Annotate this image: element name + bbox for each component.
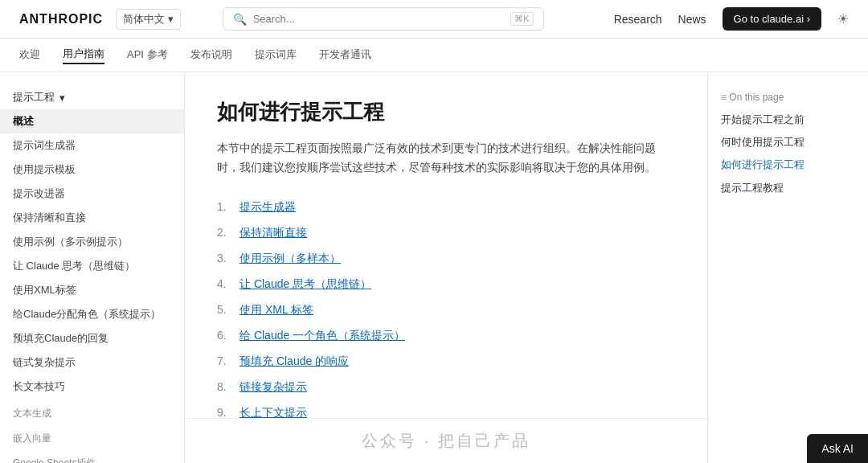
list-link[interactable]: 给 Claude 一个角色（系统提示）: [240, 329, 405, 343]
lang-selector[interactable]: 简体中文 ▾: [116, 9, 181, 30]
list-link[interactable]: 提示生成器: [240, 200, 296, 215]
section-label: 提示工程: [13, 90, 55, 104]
list-num: 6.: [217, 329, 233, 342]
sidebar-item-xml-tags[interactable]: 使用XML标签: [0, 278, 184, 302]
list-item: 7. 预填充 Claude 的响应: [217, 354, 669, 369]
list-num: 5.: [217, 303, 233, 316]
sub-nav-api-ref[interactable]: API 参考: [127, 47, 168, 64]
sidebar-item-role-system[interactable]: 给Claude分配角色（系统提示）: [0, 302, 184, 326]
nav-link-news[interactable]: News: [678, 13, 706, 26]
page-title: 如何进行提示工程: [217, 98, 669, 126]
toc-item-before[interactable]: 开始提示工程之前: [721, 113, 855, 127]
toc-header: ≡ On this page: [721, 92, 855, 103]
nav-link-research[interactable]: Research: [614, 13, 662, 26]
list-link[interactable]: 保持清晰直接: [240, 226, 307, 240]
technique-list: 1. 提示生成器 2. 保持清晰直接 3. 使用示例（多样本） 4. 让 Cla…: [217, 200, 669, 420]
logo: ANTHROPIC: [19, 12, 103, 27]
toc-item-how[interactable]: 如何进行提示工程: [721, 158, 855, 172]
sidebar-item-clear-direct[interactable]: 保持清晰和直接: [0, 206, 184, 230]
intro-text: 本节中的提示工程页面按照最广泛有效的技术到更专门的技术进行组织。在解决性能问题时…: [217, 139, 669, 178]
list-item: 2. 保持清晰直接: [217, 226, 669, 240]
search-icon: 🔍: [233, 13, 247, 26]
main-layout: 提示工程 ▾ 概述 提示词生成器 使用提示模板 提示改进器 保持清晰和直接 使用…: [0, 72, 868, 463]
search-input[interactable]: [253, 13, 505, 25]
sub-nav: 欢迎 用户指南 API 参考 发布说明 提示词库 开发者通讯: [0, 39, 868, 72]
sidebar-category-text-gen: 文本生成: [0, 399, 184, 424]
list-num: 8.: [217, 380, 233, 393]
list-link[interactable]: 让 Claude 思考（思维链）: [240, 277, 371, 292]
list-item: 5. 使用 XML 标签: [217, 303, 669, 318]
sidebar-item-prompt-generator[interactable]: 提示词生成器: [0, 133, 184, 158]
sub-nav-welcome[interactable]: 欢迎: [19, 47, 40, 64]
list-num: 3.: [217, 252, 233, 264]
watermark: 公众号 · 把自己产品: [185, 418, 707, 463]
sidebar-category-google-sheets: Google Sheets插件: [0, 449, 184, 463]
list-item: 8. 链接复杂提示: [217, 380, 669, 395]
theme-toggle-button[interactable]: ☀: [837, 11, 849, 27]
sidebar-category-embeddings: 嵌入向量: [0, 424, 184, 449]
top-nav: ANTHROPIC 简体中文 ▾ 🔍 ⌘K Research News Go t…: [0, 0, 868, 39]
list-item: 1. 提示生成器: [217, 200, 669, 215]
list-num: 4.: [217, 277, 233, 290]
list-link[interactable]: 链接复杂提示: [240, 380, 307, 395]
chevron-down-icon: ▾: [59, 92, 65, 104]
sidebar: 提示工程 ▾ 概述 提示词生成器 使用提示模板 提示改进器 保持清晰和直接 使用…: [0, 72, 185, 463]
toc-item-tutorial[interactable]: 提示工程教程: [721, 181, 855, 195]
list-num: 2.: [217, 226, 233, 239]
nav-links: Research News Go to claude.ai › ☀: [614, 7, 849, 31]
chevron-down-icon: ▾: [168, 13, 174, 25]
list-num: 9.: [217, 406, 233, 419]
list-item: 3. 使用示例（多样本）: [217, 252, 669, 266]
toc-item-when[interactable]: 何时使用提示工程: [721, 135, 855, 150]
sidebar-item-long-context[interactable]: 长文本技巧: [0, 375, 184, 399]
search-kbd: ⌘K: [510, 12, 533, 26]
search-bar: 🔍 ⌘K: [223, 7, 544, 31]
sub-nav-developer-news[interactable]: 开发者通讯: [319, 47, 371, 64]
sidebar-section-prompt-engineering[interactable]: 提示工程 ▾: [0, 85, 184, 109]
sub-nav-user-guide[interactable]: 用户指南: [63, 47, 104, 64]
lang-label: 简体中文: [123, 12, 165, 27]
sidebar-item-overview[interactable]: 概述: [0, 109, 184, 133]
ask-ai-button[interactable]: Ask AI: [807, 434, 868, 463]
list-link[interactable]: 预填充 Claude 的响应: [240, 354, 349, 369]
sidebar-item-multishot[interactable]: 使用示例（多示例提示）: [0, 230, 184, 254]
list-item: 6. 给 Claude 一个角色（系统提示）: [217, 329, 669, 343]
sub-nav-release-notes[interactable]: 发布说明: [190, 47, 232, 64]
watermark-text: 公众号 · 把自己产品: [362, 430, 530, 452]
list-item: 4. 让 Claude 思考（思维链）: [217, 277, 669, 292]
list-link[interactable]: 使用 XML 标签: [240, 303, 313, 318]
sub-nav-prompt-library[interactable]: 提示词库: [255, 47, 297, 64]
list-link[interactable]: 使用示例（多样本）: [240, 252, 341, 266]
sidebar-item-chaining[interactable]: 链式复杂提示: [0, 350, 184, 375]
table-of-contents: ≡ On this page 开始提示工程之前 何时使用提示工程 如何进行提示工…: [707, 72, 868, 463]
list-num: 1.: [217, 200, 233, 213]
sidebar-item-prompt-improver[interactable]: 提示改进器: [0, 182, 184, 206]
sidebar-item-prefill[interactable]: 预填充Claude的回复: [0, 326, 184, 350]
sidebar-item-chain-of-thought[interactable]: 让 Claude 思考（思维链）: [0, 254, 184, 278]
go-to-claude-button[interactable]: Go to claude.ai ›: [723, 7, 821, 31]
list-num: 7.: [217, 354, 233, 367]
main-content: 如何进行提示工程 本节中的提示工程页面按照最广泛有效的技术到更专门的技术进行组织…: [185, 72, 707, 463]
sidebar-item-prompt-templates[interactable]: 使用提示模板: [0, 158, 184, 182]
